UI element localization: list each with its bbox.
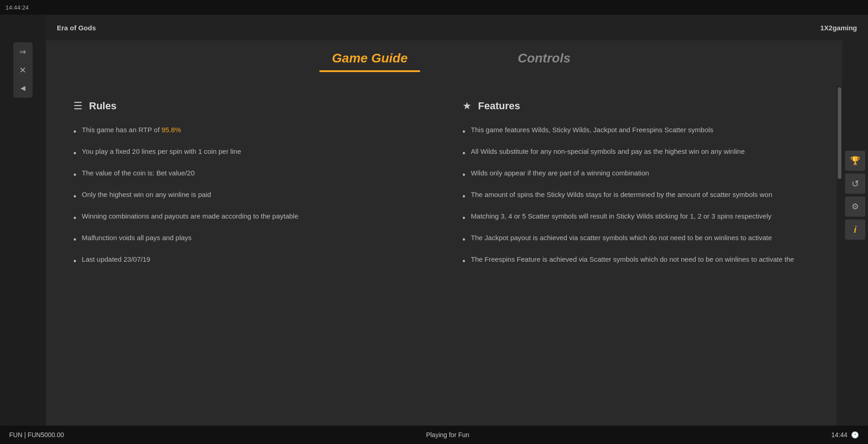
rule-text: Only the highest win on any winline is p… — [82, 190, 211, 200]
list-item: • Malfunction voids all pays and plays — [73, 233, 426, 246]
settings-button[interactable]: ⚙ — [845, 197, 865, 217]
bottom-right-area: 14:44 🕐 — [831, 431, 859, 438]
left-sidebar: ⇒ ✕ ◄ — [0, 15, 46, 426]
list-item: • The Jackpot payout is achieved via sca… — [462, 233, 815, 246]
game-title: Era of Gods — [57, 24, 96, 32]
bullet-icon: • — [462, 255, 465, 268]
clock-icon: 🕐 — [851, 431, 859, 438]
rule-malfunction: Malfunction voids all pays and plays — [82, 233, 191, 243]
feature-text: The amount of spins the Sticky Wilds sta… — [471, 190, 772, 200]
arrow-icon[interactable]: ⇒ — [19, 47, 26, 57]
rules-title: Rules — [89, 100, 117, 112]
bottom-bar: FUN | FUN5000.00 Playing for Fun 14:44 🕐 — [0, 426, 868, 444]
features-panel: ★ Features • This game features Wilds, S… — [453, 96, 824, 416]
bullet-icon: • — [73, 147, 76, 160]
top-bar: 14:44:24 — [0, 0, 868, 15]
info-icon: i — [854, 225, 857, 235]
feature-text: This game features Wilds, Sticky Wilds, … — [471, 125, 713, 135]
settings-icon: ⚙ — [851, 202, 859, 212]
bullet-icon: • — [462, 126, 465, 138]
mode-display: Playing for Fun — [426, 431, 469, 438]
bullet-icon: • — [462, 147, 465, 160]
balance-display: FUN | FUN5000.00 — [9, 431, 64, 438]
list-item: • Last updated 23/07/19 — [73, 254, 426, 268]
list-item: • The Freespins Feature is achieved via … — [462, 254, 815, 268]
tab-controls-label: Controls — [517, 51, 570, 66]
list-item: • Matching 3, 4 or 5 Scatter symbols wil… — [462, 211, 815, 225]
tab-game-guide-label: Game Guide — [332, 51, 408, 66]
trophy-icon: 🏆 — [850, 156, 860, 166]
info-button[interactable]: i — [845, 219, 865, 240]
scroll-thumb[interactable] — [838, 87, 841, 179]
bullet-icon: • — [73, 126, 76, 138]
list-item: • You play a fixed 20 lines per spin wit… — [73, 146, 426, 160]
tab-game-guide-underline — [319, 70, 420, 72]
rules-list: • This game has an RTP of 95.8% • You pl… — [73, 125, 426, 268]
bullet-icon: • — [73, 234, 76, 246]
bullet-icon: • — [462, 212, 465, 225]
features-title: Features — [478, 100, 520, 112]
trophy-button[interactable]: 🏆 — [845, 151, 865, 171]
list-item: • This game has an RTP of 95.8% — [73, 125, 426, 138]
rule-rtp-text: This game has an RTP of 95.8% — [82, 125, 181, 135]
bottom-time: 14:44 — [831, 431, 847, 438]
feature-text: Wilds only appear if they are part of a … — [471, 168, 649, 179]
list-item: • All Wilds substitute for any non-speci… — [462, 146, 815, 160]
history-button[interactable]: ↺ — [845, 174, 865, 194]
feature-text: The Jackpot payout is achieved via scatt… — [471, 233, 772, 243]
bullet-icon: • — [73, 255, 76, 268]
content-area: ☰ Rules • This game has an RTP of 95.8% … — [46, 86, 842, 426]
main-container: Era of Gods 1X2gaming Game Guide Control… — [46, 15, 868, 426]
clock-display: 14:44:24 — [6, 4, 29, 11]
tab-controls[interactable]: Controls — [494, 51, 595, 76]
feature-text: Matching 3, 4 or 5 Scatter symbols will … — [471, 211, 771, 222]
volume-icon[interactable]: ◄ — [19, 84, 27, 93]
rules-icon: ☰ — [73, 100, 83, 112]
feature-text: All Wilds substitute for any non-special… — [471, 146, 745, 157]
list-item: • Only the highest win on any winline is… — [73, 190, 426, 203]
rtp-value: 95.8% — [161, 126, 181, 134]
bullet-icon: • — [73, 212, 76, 225]
bullet-icon: • — [462, 191, 465, 203]
tabs-area: Game Guide Controls — [46, 40, 868, 86]
list-item: • Winning combinations and payouts are m… — [73, 211, 426, 225]
features-header: ★ Features — [462, 100, 815, 112]
close-icon[interactable]: ✕ — [19, 65, 26, 75]
rules-panel: ☰ Rules • This game has an RTP of 95.8% … — [64, 96, 435, 416]
sidebar-controls-panel: ⇒ ✕ ◄ — [13, 42, 33, 98]
list-item: • The amount of spins the Sticky Wilds s… — [462, 190, 815, 203]
rule-text: The value of the coin is: Bet value/20 — [82, 168, 195, 179]
tab-game-guide[interactable]: Game Guide — [319, 51, 420, 76]
rules-header: ☰ Rules — [73, 100, 426, 112]
bullet-icon: • — [73, 191, 76, 203]
rule-text: You play a fixed 20 lines per spin with … — [82, 146, 241, 157]
bullet-icon: • — [462, 234, 465, 246]
features-star-icon: ★ — [462, 100, 472, 112]
game-header: Era of Gods 1X2gaming — [46, 15, 868, 40]
provider-name: 1X2gaming — [820, 24, 857, 32]
list-item: • This game features Wilds, Sticky Wilds… — [462, 125, 815, 138]
right-sidebar: 🏆 ↺ ⚙ i — [842, 40, 868, 426]
list-item: • The value of the coin is: Bet value/20 — [73, 168, 426, 181]
bullet-icon: • — [462, 169, 465, 181]
features-list: • This game features Wilds, Sticky Wilds… — [462, 125, 815, 268]
bullet-icon: • — [73, 169, 76, 181]
feature-text: The Freespins Feature is achieved via Sc… — [471, 254, 794, 265]
rule-text: Winning combinations and payouts are mad… — [82, 211, 298, 222]
rule-updated: Last updated 23/07/19 — [82, 254, 150, 265]
list-item: • Wilds only appear if they are part of … — [462, 168, 815, 181]
history-icon: ↺ — [851, 178, 859, 189]
scroll-indicator[interactable] — [837, 86, 842, 426]
